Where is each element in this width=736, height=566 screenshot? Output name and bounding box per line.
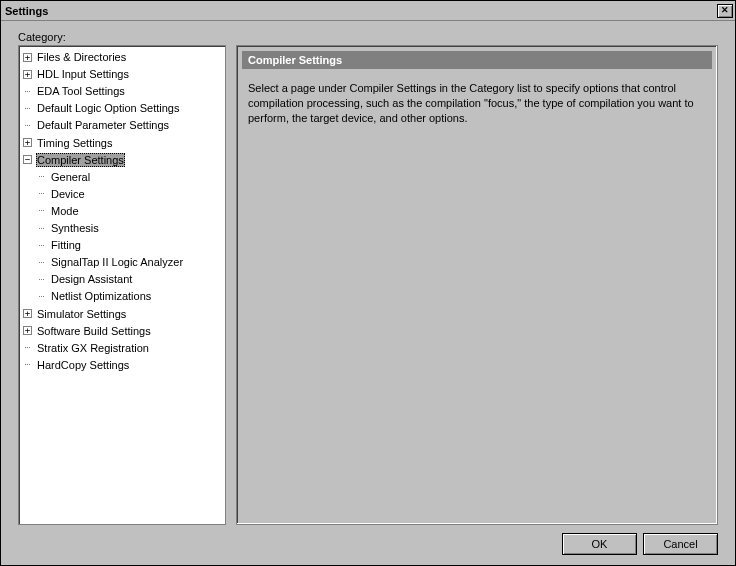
tree-label[interactable]: Stratix GX Registration <box>36 342 150 354</box>
collapse-icon[interactable]: − <box>23 155 32 164</box>
expand-icon[interactable]: + <box>23 53 32 62</box>
tree-label[interactable]: Timing Settings <box>36 137 113 149</box>
window-title: Settings <box>5 5 717 17</box>
tree-label[interactable]: Synthesis <box>50 222 100 234</box>
tree-item-default-logic-option-settings[interactable]: Default Logic Option Settings <box>23 99 225 116</box>
tree-item-timing-settings[interactable]: +Timing Settings <box>23 133 225 150</box>
dialog-body: Category: +Files & Directories +HDL Inpu… <box>1 21 735 565</box>
ok-button[interactable]: OK <box>562 533 637 555</box>
tree-item-hdl-input-settings[interactable]: +HDL Input Settings <box>23 65 225 82</box>
tree-label[interactable]: Compiler Settings <box>36 153 125 167</box>
tree-label[interactable]: Default Parameter Settings <box>36 119 170 131</box>
tree-branch-icon <box>37 189 46 198</box>
tree-label[interactable]: Files & Directories <box>36 51 127 63</box>
tree-branch-icon <box>23 360 32 369</box>
tree-label[interactable]: HDL Input Settings <box>36 68 130 80</box>
tree-branch-icon <box>37 224 46 233</box>
content-row: +Files & Directories +HDL Input Settings… <box>18 45 718 525</box>
tree-label[interactable]: Software Build Settings <box>36 325 152 337</box>
tree-item-hardcopy-settings[interactable]: HardCopy Settings <box>23 356 225 373</box>
tree-item-simulator-settings[interactable]: +Simulator Settings <box>23 304 225 321</box>
panel-title: Compiler Settings <box>242 51 712 69</box>
tree-label[interactable]: SignalTap II Logic Analyzer <box>50 256 184 268</box>
tree-item-device[interactable]: Device <box>37 185 225 202</box>
tree-branch-icon <box>37 258 46 267</box>
titlebar: Settings ✕ <box>1 1 735 21</box>
tree-label[interactable]: Default Logic Option Settings <box>36 102 180 114</box>
settings-window: Settings ✕ Category: +Files & Directorie… <box>0 0 736 566</box>
button-row: OK Cancel <box>18 525 718 561</box>
tree-label[interactable]: Mode <box>50 205 80 217</box>
tree-item-compiler-settings[interactable]: −Compiler Settings General Device Mode S… <box>23 151 225 305</box>
tree-item-default-parameter-settings[interactable]: Default Parameter Settings <box>23 116 225 133</box>
tree-item-software-build-settings[interactable]: +Software Build Settings <box>23 322 225 339</box>
tree-label[interactable]: Netlist Optimizations <box>50 290 152 302</box>
expand-icon[interactable]: + <box>23 70 32 79</box>
tree-item-fitting[interactable]: Fitting <box>37 236 225 253</box>
tree-item-netlist-optimizations[interactable]: Netlist Optimizations <box>37 287 225 304</box>
tree-item-synthesis[interactable]: Synthesis <box>37 219 225 236</box>
category-tree[interactable]: +Files & Directories +HDL Input Settings… <box>18 45 226 525</box>
expand-icon[interactable]: + <box>23 138 32 147</box>
tree-branch-icon <box>23 104 32 113</box>
tree-branch-icon <box>23 343 32 352</box>
tree-branch-icon <box>23 87 32 96</box>
tree-label[interactable]: Fitting <box>50 239 82 251</box>
tree-label[interactable]: General <box>50 171 91 183</box>
tree-item-mode[interactable]: Mode <box>37 202 225 219</box>
details-panel: Compiler Settings Select a page under Co… <box>236 45 718 525</box>
tree-branch-icon <box>37 241 46 250</box>
tree-label[interactable]: Device <box>50 188 86 200</box>
expand-icon[interactable]: + <box>23 309 32 318</box>
tree-label[interactable]: Simulator Settings <box>36 308 127 320</box>
tree-item-signaltap[interactable]: SignalTap II Logic Analyzer <box>37 253 225 270</box>
tree-branch-icon <box>37 275 46 284</box>
tree-branch-icon <box>23 121 32 130</box>
tree-item-general[interactable]: General <box>37 168 225 185</box>
tree-item-design-assistant[interactable]: Design Assistant <box>37 270 225 287</box>
panel-body-text: Select a page under Compiler Settings in… <box>242 69 712 138</box>
close-icon[interactable]: ✕ <box>717 4 733 18</box>
expand-icon[interactable]: + <box>23 326 32 335</box>
category-label: Category: <box>18 31 718 43</box>
tree-item-stratix-gx-registration[interactable]: Stratix GX Registration <box>23 339 225 356</box>
tree-branch-icon <box>37 206 46 215</box>
tree-label[interactable]: Design Assistant <box>50 273 133 285</box>
tree-item-eda-tool-settings[interactable]: EDA Tool Settings <box>23 82 225 99</box>
tree-branch-icon <box>37 292 46 301</box>
cancel-button[interactable]: Cancel <box>643 533 718 555</box>
tree-branch-icon <box>37 172 46 181</box>
tree-label[interactable]: EDA Tool Settings <box>36 85 126 97</box>
tree-label[interactable]: HardCopy Settings <box>36 359 130 371</box>
tree-item-files-and-directories[interactable]: +Files & Directories <box>23 48 225 65</box>
